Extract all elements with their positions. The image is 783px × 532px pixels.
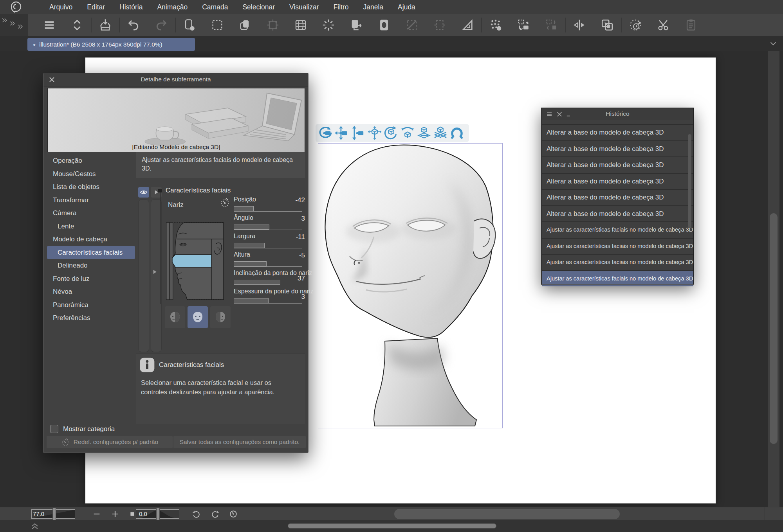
menu-selecionar[interactable]: Selecionar <box>242 3 275 11</box>
slider-fill[interactable] <box>234 298 269 303</box>
rotate-plane-icon[interactable] <box>417 126 431 140</box>
face-diagram[interactable] <box>166 220 224 303</box>
category-mouse-gestos[interactable]: Mouse/Gestos <box>47 167 135 181</box>
slider-track[interactable] <box>234 279 302 285</box>
face-left-icon[interactable] <box>165 306 185 328</box>
dialog-titlebar[interactable]: Detalhe de subferramenta <box>43 73 308 86</box>
swap-canvas-icon[interactable] <box>517 18 530 32</box>
turn-object-icon[interactable] <box>400 126 415 140</box>
slider-fill[interactable] <box>234 261 267 266</box>
menu-filtro[interactable]: Filtro <box>334 3 349 11</box>
slider-fill[interactable] <box>234 206 254 211</box>
object-operate-icon[interactable] <box>183 18 196 32</box>
minus-icon[interactable] <box>92 510 101 518</box>
category-modelo-de-cabeca[interactable]: Modelo de cabeça <box>47 233 135 246</box>
history-scrollbar-thumb[interactable] <box>688 134 691 228</box>
scatter-brush-icon[interactable] <box>489 18 502 32</box>
plus-icon[interactable] <box>111 510 119 518</box>
history-entry[interactable]: Ajustar as características faciais no mo… <box>542 221 693 238</box>
menu-visualizar[interactable]: Visualizar <box>289 3 319 11</box>
chevron-down-icon[interactable] <box>769 39 778 48</box>
history-entry[interactable]: Alterar a base do modelo de cabeça 3D <box>542 140 693 157</box>
history-entry[interactable]: Alterar a base do modelo de cabeça 3D <box>542 173 693 189</box>
slider-track[interactable] <box>234 205 302 212</box>
rotation-slider-handle[interactable] <box>156 508 160 520</box>
history-titlebar[interactable]: Histórico <box>542 108 693 120</box>
menu-editar[interactable]: Editar <box>87 3 105 11</box>
clip-studio-logo-icon[interactable] <box>10 1 22 13</box>
document-tab[interactable]: ● illustration* (B6 2508 x 1764px 350dpi… <box>27 38 195 51</box>
slider-fill[interactable] <box>234 243 265 248</box>
frame-select-icon[interactable] <box>433 18 446 32</box>
slider-track[interactable] <box>234 297 302 304</box>
history-entry[interactable]: Ajustar as características faciais no mo… <box>542 238 693 254</box>
transform-scale-icon[interactable] <box>601 18 614 32</box>
reset-defaults-button[interactable]: Redef. configurações p/ padrão <box>47 436 173 448</box>
category-fonte-de-luz[interactable]: Fonte de luz <box>47 272 135 286</box>
pan-camera-icon[interactable] <box>334 126 349 140</box>
menu-historia[interactable]: História <box>119 3 143 11</box>
reset-rotation-icon[interactable] <box>229 510 238 518</box>
history-entry[interactable]: Ajustar as características faciais no mo… <box>542 270 693 287</box>
redo-icon[interactable] <box>155 18 168 32</box>
menu-animacao[interactable]: Animação <box>157 3 188 11</box>
move-object-icon[interactable] <box>367 126 382 140</box>
marquee-select-icon[interactable] <box>211 18 224 32</box>
window-scrollbar-thumb[interactable] <box>288 523 496 528</box>
menu-camada[interactable]: Camada <box>202 3 228 11</box>
visibility-toggle-column[interactable] <box>138 200 149 352</box>
slider-fill[interactable] <box>234 280 280 285</box>
flip-horizontal-icon[interactable] <box>573 18 586 32</box>
slider-fill[interactable] <box>234 225 269 230</box>
menu-janela[interactable]: Janela <box>363 3 384 11</box>
category-delineado[interactable]: Delineado <box>47 259 135 272</box>
redo-rotate-icon[interactable] <box>211 510 220 518</box>
paste-icon[interactable] <box>684 18 698 32</box>
slider-track[interactable] <box>234 224 302 230</box>
hamburger-menu-icon[interactable] <box>43 18 56 32</box>
mesh-transform-icon[interactable] <box>294 18 307 32</box>
vertical-scrollbar-thumb[interactable] <box>770 213 778 444</box>
move-plane-icon[interactable] <box>433 126 448 140</box>
face-front-icon[interactable] <box>188 306 208 328</box>
undo-rotate-icon[interactable] <box>192 510 200 518</box>
category-caracteristicas-faciais[interactable]: Características faciais <box>47 246 135 259</box>
rotate-reset-icon[interactable] <box>629 18 642 32</box>
horizontal-scrollbar-thumb[interactable] <box>394 509 620 519</box>
category-lente[interactable]: Lente <box>47 220 135 233</box>
history-entry[interactable]: Alterar a base do modelo de cabeça 3D <box>542 205 693 222</box>
zoom-slider-handle[interactable] <box>52 508 56 520</box>
save-icon[interactable] <box>99 18 112 32</box>
palette-overflow[interactable] <box>0 14 28 36</box>
undo-icon[interactable] <box>127 18 140 32</box>
zoom-camera-icon[interactable] <box>351 126 366 140</box>
face-right-icon[interactable] <box>210 306 231 328</box>
save-defaults-button[interactable]: Salvar todas as configurações como padrã… <box>173 436 306 448</box>
3d-head-model[interactable] <box>318 143 503 428</box>
slider-track[interactable] <box>234 242 302 248</box>
layer-mask-icon[interactable] <box>377 18 391 32</box>
rotate-camera-icon[interactable] <box>318 126 333 140</box>
reset-pose-icon[interactable] <box>449 126 464 140</box>
menu-arquivo[interactable]: Arquivo <box>49 3 72 11</box>
rotate-object-icon[interactable] <box>384 126 399 140</box>
eye-icon[interactable] <box>138 187 149 198</box>
category-transformar[interactable]: Transformar <box>47 194 135 207</box>
layer-arrange-icon[interactable] <box>350 18 363 32</box>
history-entry[interactable]: Alterar a base do modelo de cabeça 3D <box>542 156 693 173</box>
timer-icon[interactable] <box>220 197 230 208</box>
show-category-checkbox[interactable] <box>50 425 58 433</box>
stop-icon[interactable] <box>129 511 135 517</box>
category-panoramica[interactable]: Panorâmica <box>47 298 135 312</box>
swap-canvas-alt-icon[interactable] <box>545 18 558 32</box>
history-entry[interactable]: Ajustar as características faciais no mo… <box>542 254 693 270</box>
expand-collapse-icon[interactable] <box>70 18 84 32</box>
transform-handles-icon[interactable] <box>266 18 280 32</box>
category-nevoa[interactable]: Névoa <box>47 285 135 298</box>
chevron-double-up-icon[interactable] <box>30 521 40 531</box>
category-camera[interactable]: Câmera <box>47 207 135 220</box>
history-entry[interactable]: Alterar a base do modelo de cabeça 3D <box>542 189 693 205</box>
burst-icon[interactable] <box>322 18 335 32</box>
category-lista-de-objetos[interactable]: Lista de objetos <box>47 180 135 194</box>
duplicate-layer-icon[interactable] <box>238 18 252 32</box>
